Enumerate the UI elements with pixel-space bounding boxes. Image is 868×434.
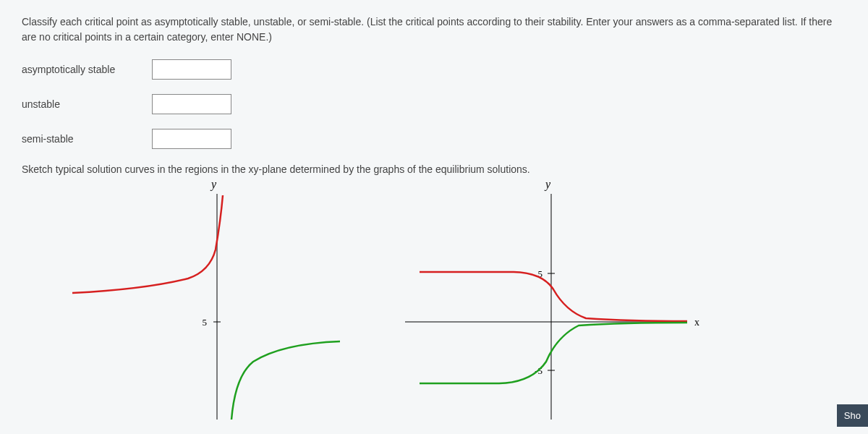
charts-container: y 5 y x 5 -5 xyxy=(22,181,846,420)
chart-right: y x 5 -5 xyxy=(398,181,731,420)
row-semi-stable: semi-stable xyxy=(22,129,846,149)
label-unstable: unstable xyxy=(22,98,152,110)
show-button[interactable]: Sho xyxy=(837,404,868,427)
input-semi-stable[interactable] xyxy=(152,129,231,149)
label-asymptotically-stable: asymptotically stable xyxy=(22,64,152,75)
row-unstable: unstable xyxy=(22,94,846,114)
y-axis-label-right: y xyxy=(545,178,550,191)
sketch-instruction: Sketch typical solution curves in the re… xyxy=(22,163,846,175)
row-asymptotically-stable: asymptotically stable xyxy=(22,59,846,80)
input-asymptotically-stable[interactable] xyxy=(152,59,231,80)
label-semi-stable: semi-stable xyxy=(22,133,152,145)
y-axis-label-left: y xyxy=(211,178,216,191)
instruction-text: Classify each critical point as asymptot… xyxy=(22,14,846,45)
tick-5-left: 5 xyxy=(203,317,208,328)
x-axis-label-right: x xyxy=(694,317,699,328)
chart-left: y 5 xyxy=(22,181,354,420)
input-unstable[interactable] xyxy=(152,94,231,114)
